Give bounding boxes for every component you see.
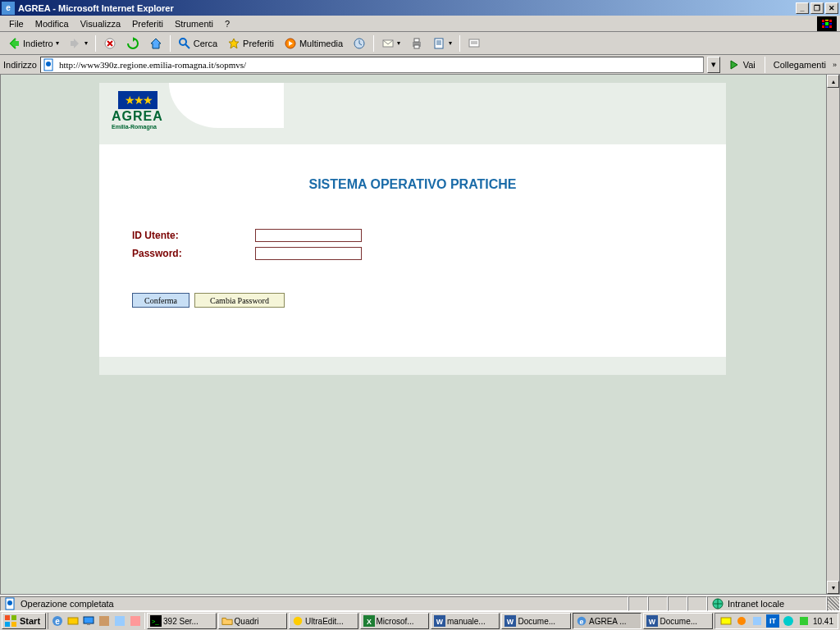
ql-app3[interactable]: [128, 614, 143, 628]
done-icon: [4, 597, 17, 610]
svg-rect-19: [11, 622, 16, 627]
svg-text:e: e: [580, 618, 584, 626]
window-title: AGREA - Microsoft Internet Explorer: [18, 3, 796, 13]
go-label: Vai: [743, 60, 756, 70]
menu-file[interactable]: File: [3, 17, 30, 30]
history-icon: [353, 37, 366, 50]
brand-sub: Emilia-Romagna: [112, 124, 157, 130]
menu-favorites[interactable]: Preferiti: [126, 17, 169, 30]
page-icon: [43, 58, 56, 71]
tray-icon-3[interactable]: [751, 614, 764, 628]
status-cell-2: [648, 596, 668, 611]
discuss-icon: [468, 37, 481, 50]
print-button[interactable]: [406, 34, 427, 52]
links-button[interactable]: Collegamenti: [770, 60, 829, 70]
task-word3[interactable]: WDocume...: [643, 613, 712, 629]
media-label: Multimedia: [299, 39, 343, 48]
id-input[interactable]: [255, 229, 362, 242]
language-indicator[interactable]: IT: [766, 614, 779, 628]
discuss-button[interactable]: [463, 34, 485, 52]
favorites-label: Preferiti: [243, 39, 274, 48]
tray-icon-4[interactable]: [782, 614, 795, 628]
forward-button[interactable]: ▾: [65, 34, 92, 52]
clock[interactable]: 10.41: [813, 617, 833, 626]
edit-button[interactable]: ▾: [429, 34, 456, 52]
ql-app2[interactable]: [112, 614, 127, 628]
favorites-icon: [227, 37, 240, 50]
svg-rect-25: [99, 616, 109, 626]
media-button[interactable]: Multimedia: [280, 34, 347, 52]
tray-icon-2[interactable]: [735, 614, 748, 628]
mail-button[interactable]: ▾: [377, 34, 404, 52]
row-id: ID Utente:: [132, 229, 693, 242]
content-area: ★★★ AGREA Emilia-Romagna SISTEMA OPERATI…: [0, 75, 840, 595]
ie-icon: e: [576, 615, 587, 627]
ql-ie[interactable]: e: [50, 614, 65, 628]
task-quadri[interactable]: Quadri: [218, 613, 287, 629]
links-expand[interactable]: »: [833, 61, 837, 69]
svg-rect-18: [5, 622, 10, 627]
status-cell-4: [687, 596, 707, 611]
resize-grip[interactable]: [827, 596, 840, 611]
close-button[interactable]: ✕: [825, 2, 838, 14]
ql-app1[interactable]: [97, 614, 112, 628]
svg-rect-43: [753, 617, 761, 625]
separator: [95, 35, 96, 52]
agrea-logo: ★★★ AGREA Emilia-Romagna: [112, 91, 165, 136]
stop-button[interactable]: [99, 34, 121, 52]
vertical-scrollbar[interactable]: ▴ ▾: [826, 75, 839, 594]
tray-icon-1[interactable]: [719, 614, 733, 628]
page-title: SISTEMA OPERATIVO PRATICHE: [132, 177, 693, 192]
outlook-icon: [66, 614, 80, 628]
media-icon: [284, 37, 297, 50]
svg-rect-22: [68, 618, 78, 624]
word-icon: W: [434, 615, 445, 627]
back-button[interactable]: Indietro ▾: [3, 34, 63, 52]
address-input-wrap: [40, 57, 704, 73]
favorites-button[interactable]: Preferiti: [223, 34, 278, 52]
svg-rect-8: [414, 45, 419, 48]
task-excel[interactable]: XMicrosof...: [360, 613, 429, 629]
toolbar: Indietro ▾ ▾ Cerca Preferiti Multimedia …: [0, 32, 840, 55]
refresh-icon: [126, 37, 139, 50]
menu-tools[interactable]: Strumenti: [169, 17, 219, 30]
confirm-button[interactable]: Conferma: [132, 293, 189, 308]
task-word1[interactable]: Wmanuale...: [431, 613, 500, 629]
chevron-down-icon: ▾: [449, 39, 452, 47]
tray-icon-5[interactable]: [797, 614, 810, 628]
task-agrea[interactable]: eAGREA ...: [573, 613, 641, 629]
stop-icon: [103, 37, 116, 50]
address-dropdown[interactable]: ▾: [707, 57, 720, 73]
terminal-icon: >_: [150, 615, 162, 627]
start-button[interactable]: Start: [2, 613, 46, 629]
address-input[interactable]: [59, 60, 701, 70]
search-label: Cerca: [194, 39, 217, 48]
menu-view[interactable]: Visualizza: [75, 17, 126, 30]
page-footer: [99, 357, 726, 375]
history-button[interactable]: [349, 34, 370, 52]
password-input[interactable]: [255, 247, 362, 260]
home-icon: [149, 37, 162, 50]
restore-button[interactable]: ❐: [810, 2, 824, 14]
task-ultraedit[interactable]: UltraEdit...: [289, 613, 358, 629]
ql-desktop[interactable]: [81, 614, 96, 628]
change-password-button[interactable]: Cambia Password: [194, 293, 285, 308]
home-button[interactable]: [145, 34, 167, 52]
menu-bar: File Modifica Visualizza Preferiti Strum…: [0, 16, 840, 32]
menu-help[interactable]: ?: [219, 17, 235, 30]
search-button[interactable]: Cerca: [174, 34, 221, 52]
go-button[interactable]: Vai: [724, 57, 760, 73]
ql-outlook[interactable]: [66, 614, 80, 628]
menu-edit[interactable]: Modifica: [30, 17, 75, 30]
refresh-button[interactable]: [122, 34, 144, 52]
svg-rect-23: [84, 617, 94, 623]
task-392[interactable]: >_392 Ser...: [147, 613, 216, 629]
svg-point-2: [180, 39, 186, 45]
minimize-button[interactable]: _: [796, 2, 809, 14]
chevron-down-icon: ▾: [56, 39, 59, 47]
scroll-up-button[interactable]: ▴: [827, 75, 839, 88]
svg-text:W: W: [649, 618, 656, 626]
task-word2[interactable]: WDocume...: [501, 613, 570, 629]
svg-rect-27: [130, 616, 140, 626]
scroll-down-button[interactable]: ▾: [827, 581, 839, 594]
